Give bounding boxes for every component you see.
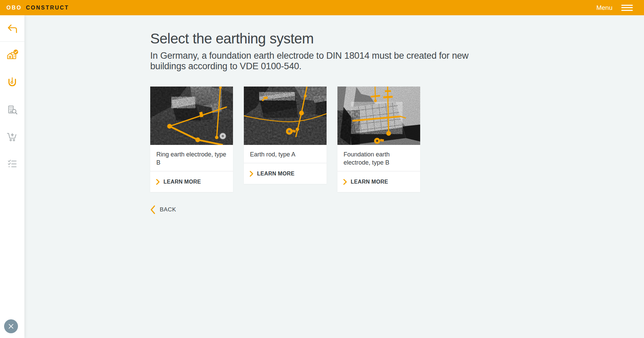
- card-ring-earth-electrode: Ring earth electrode, type B LEARN MORE: [150, 87, 233, 192]
- chevron-right-icon: [343, 179, 347, 185]
- card-title: Ring earth electrode, type B: [150, 145, 233, 171]
- menu-button[interactable]: Menu: [596, 0, 633, 15]
- check-badge: [14, 50, 18, 54]
- card-foundation-earth-electrode: Foundation earth electrode, type B LEARN…: [337, 87, 420, 192]
- logo-obo: OBO: [6, 5, 22, 11]
- building-search-icon: [6, 104, 18, 116]
- earthing-icon: [6, 76, 18, 89]
- page-subtitle: In Germany, a foundation earth electrode…: [150, 51, 489, 72]
- card-image-foundation-earth-electrode[interactable]: [337, 87, 420, 145]
- sidebar-item-building-search[interactable]: [0, 96, 24, 123]
- learn-more-button-ring-earth-electrode[interactable]: LEARN MORE: [150, 171, 233, 192]
- close-button[interactable]: [4, 319, 18, 333]
- earthing-system-cards: Ring earth electrode, type B LEARN MORE: [150, 87, 489, 192]
- card-title: Earth rod, type A: [244, 145, 327, 163]
- card-earth-rod: Earth rod, type A LEARN MORE: [244, 87, 327, 184]
- learn-more-label: LEARN MORE: [351, 179, 388, 185]
- main-content: Select the earthing system In Germany, a…: [150, 15, 489, 214]
- page-title: Select the earthing system: [150, 31, 489, 46]
- sidebar-item-checklist[interactable]: [0, 150, 24, 177]
- hamburger-icon: [621, 5, 633, 11]
- sidebar-item-projects[interactable]: [0, 42, 24, 69]
- sidebar: [0, 15, 24, 338]
- buildings-check-icon: [6, 49, 18, 61]
- chevron-left-icon: [150, 205, 155, 214]
- sidebar-item-cart[interactable]: [0, 123, 24, 150]
- learn-more-label: LEARN MORE: [257, 171, 295, 177]
- return-arrow-icon: [7, 23, 18, 34]
- sidebar-item-back[interactable]: [0, 15, 24, 42]
- cart-add-icon: [6, 131, 18, 143]
- menu-label: Menu: [596, 4, 612, 12]
- topbar: OBO CONSTRUCT Menu: [0, 0, 644, 15]
- obo-construct-logo: OBO CONSTRUCT: [6, 0, 69, 15]
- obo-construct-app: OBO CONSTRUCT Menu: [0, 0, 644, 338]
- card-title: Foundation earth electrode, type B: [337, 145, 420, 171]
- close-icon: [8, 323, 14, 329]
- back-label: BACK: [160, 206, 176, 213]
- learn-more-button-earth-rod[interactable]: LEARN MORE: [244, 163, 327, 184]
- learn-more-button-foundation-earth-electrode[interactable]: LEARN MORE: [337, 171, 420, 192]
- learn-more-label: LEARN MORE: [163, 179, 201, 185]
- checklist-icon: [6, 158, 18, 170]
- chevron-right-icon: [156, 179, 160, 185]
- back-button[interactable]: BACK: [150, 205, 198, 214]
- sidebar-item-earthing[interactable]: [0, 69, 24, 96]
- card-image-ring-earth-electrode[interactable]: [150, 87, 233, 145]
- chevron-right-icon: [250, 171, 253, 177]
- logo-construct: CONSTRUCT: [26, 5, 69, 11]
- card-image-earth-rod[interactable]: [244, 87, 327, 145]
